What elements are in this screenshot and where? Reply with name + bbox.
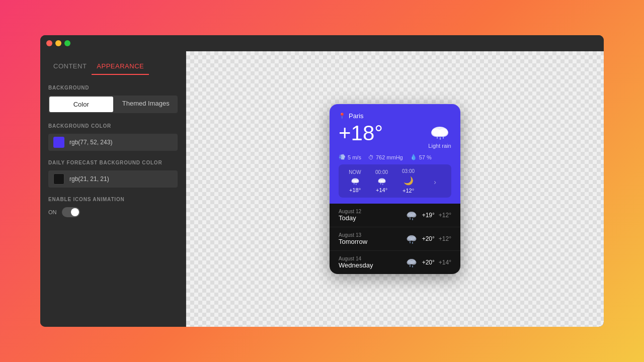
hourly-item-0: NOW +18° <box>342 169 368 193</box>
location-icon: 📍 <box>339 113 346 119</box>
forecast-temps-2: +20° +14° <box>422 259 451 266</box>
svg-rect-25 <box>412 242 413 244</box>
svg-rect-24 <box>410 241 411 243</box>
bg-color-label: BACKGROUND COLOR <box>48 123 178 129</box>
forecast-rain-icon-0 <box>405 210 418 221</box>
animation-toggle-row: ON <box>48 207 178 217</box>
bg-color-row[interactable]: rgb(77, 52, 243) <box>48 134 178 151</box>
wind-stat: 💨 5 m/s <box>339 154 361 160</box>
pressure-stat: ⏱ 762 mmHg <box>368 154 403 160</box>
forecast-day-2: Wednesday <box>339 261 401 269</box>
forecast-high-2: +20° <box>422 259 435 266</box>
hourly-temp-2: +12° <box>403 188 414 194</box>
hourly-item-1: 00:00 +14° <box>368 169 395 193</box>
hourly-rain-icon-0 <box>350 177 360 185</box>
daily-bg-color-row[interactable]: rgb(21, 21, 21) <box>48 170 178 188</box>
svg-point-28 <box>411 260 416 265</box>
svg-rect-9 <box>354 183 355 185</box>
bg-color-value: rgb(77, 52, 243) <box>69 139 112 146</box>
weather-condition: Light rain <box>428 143 451 149</box>
background-toggle-group: Color Themed Images <box>48 96 178 113</box>
svg-rect-5 <box>443 136 444 139</box>
daily-bg-swatch <box>53 173 64 185</box>
hourly-row: NOW +18° 00:00 <box>339 164 451 198</box>
forecast-date-0: August 12 <box>339 209 401 214</box>
forecast-day-1: Tomorrow <box>339 238 401 245</box>
forecast-high-0: +19° <box>422 212 435 219</box>
animation-label: ENABLE ICONS ANIMATION <box>48 197 178 202</box>
background-section: BACKGROUND Color Themed Images <box>48 85 178 113</box>
svg-rect-30 <box>412 265 413 267</box>
weather-widget: 📍 Paris +18° <box>330 104 460 274</box>
minimize-button[interactable] <box>55 40 61 46</box>
forecast-rain-icon-1 <box>405 233 418 244</box>
bg-color-swatch <box>53 137 64 148</box>
daily-bg-value: rgb(21, 21, 21) <box>69 175 109 183</box>
animation-toggle[interactable] <box>62 207 80 217</box>
hourly-label-1: 00:00 <box>375 169 388 175</box>
daily-bg-color-section: DAILY FORECAST BACKGROUND COLOR rgb(21, … <box>48 160 178 188</box>
app-content: CONTENT APPEARANCE BACKGROUND Color Them… <box>40 51 604 327</box>
forecast-low-1: +12° <box>439 235 451 242</box>
forecast-row-0: August 12 Today +19° +12° <box>330 204 460 227</box>
svg-point-23 <box>411 237 416 241</box>
svg-rect-20 <box>412 218 413 220</box>
weather-stats: 💨 5 m/s ⏱ 762 mmHg 💧 57 % <box>339 154 451 160</box>
svg-point-8 <box>354 179 359 183</box>
weather-main: +18° Light rain <box>339 123 451 149</box>
forecast-row-1: August 13 Tomorrow +20° +12° <box>330 227 460 251</box>
forecast-date-col-0: August 12 Today <box>339 209 401 222</box>
humidity-stat: 💧 57 % <box>410 154 432 160</box>
chevron-right-icon: › <box>434 178 436 186</box>
tab-content[interactable]: CONTENT <box>48 59 92 75</box>
sidebar: CONTENT APPEARANCE BACKGROUND Color Them… <box>40 51 186 327</box>
weather-location: 📍 Paris <box>339 112 451 120</box>
svg-rect-3 <box>437 136 438 139</box>
humidity-icon: 💧 <box>410 154 417 160</box>
weather-temperature: +18° <box>339 123 383 144</box>
svg-rect-15 <box>382 184 383 185</box>
svg-rect-19 <box>410 218 411 220</box>
moon-icon: 🌙 <box>404 176 414 186</box>
tabs: CONTENT APPEARANCE <box>48 59 178 75</box>
forecast-rain-icon-2 <box>405 257 418 268</box>
forecast-high-1: +20° <box>422 235 435 242</box>
forecast-date-1: August 13 <box>339 232 401 238</box>
toggle-thumb <box>71 208 79 216</box>
wind-value: 5 m/s <box>348 154 361 160</box>
bg-color-section: BACKGROUND COLOR rgb(77, 52, 243) <box>48 123 178 151</box>
traffic-lights <box>46 40 70 46</box>
bg-themed-btn[interactable]: Themed Images <box>114 96 178 113</box>
forecast-temps-1: +20° +12° <box>422 235 451 242</box>
humidity-value: 57 % <box>419 154 432 160</box>
toggle-on-label: ON <box>48 209 57 215</box>
hourly-item-2: 03:00 🌙 +12° <box>395 168 422 194</box>
background-label: BACKGROUND <box>48 85 178 90</box>
maximize-button[interactable] <box>64 40 70 46</box>
hourly-label-2: 03:00 <box>402 168 415 174</box>
animation-section: ENABLE ICONS ANIMATION ON <box>48 197 178 217</box>
pressure-icon: ⏱ <box>368 154 374 160</box>
hourly-rain-icon-1 <box>377 177 387 185</box>
svg-rect-29 <box>410 265 411 267</box>
forecast-row-2: August 14 Wednesday +20° +14° <box>330 251 460 274</box>
forecast-day-0: Today <box>339 214 401 222</box>
tab-appearance[interactable]: APPEARANCE <box>92 59 149 75</box>
wind-icon: 💨 <box>339 154 346 160</box>
svg-point-13 <box>381 179 385 183</box>
hourly-temp-1: +14° <box>376 187 387 193</box>
svg-point-2 <box>438 129 448 137</box>
svg-rect-10 <box>356 184 357 185</box>
bg-color-btn[interactable]: Color <box>49 97 113 112</box>
pressure-value: 762 mmHg <box>376 154 403 160</box>
location-name: Paris <box>349 112 364 120</box>
hourly-arrow[interactable]: › <box>422 176 448 186</box>
hourly-label-0: NOW <box>349 169 361 175</box>
weather-top: 📍 Paris +18° <box>330 104 460 204</box>
forecast-date-col-2: August 14 Wednesday <box>339 256 401 269</box>
svg-rect-4 <box>440 137 441 140</box>
forecast-low-2: +14° <box>439 259 451 266</box>
weather-bottom: August 12 Today +19° +12° <box>330 204 460 274</box>
forecast-temps-0: +19° +12° <box>422 212 451 219</box>
close-button[interactable] <box>46 40 52 46</box>
